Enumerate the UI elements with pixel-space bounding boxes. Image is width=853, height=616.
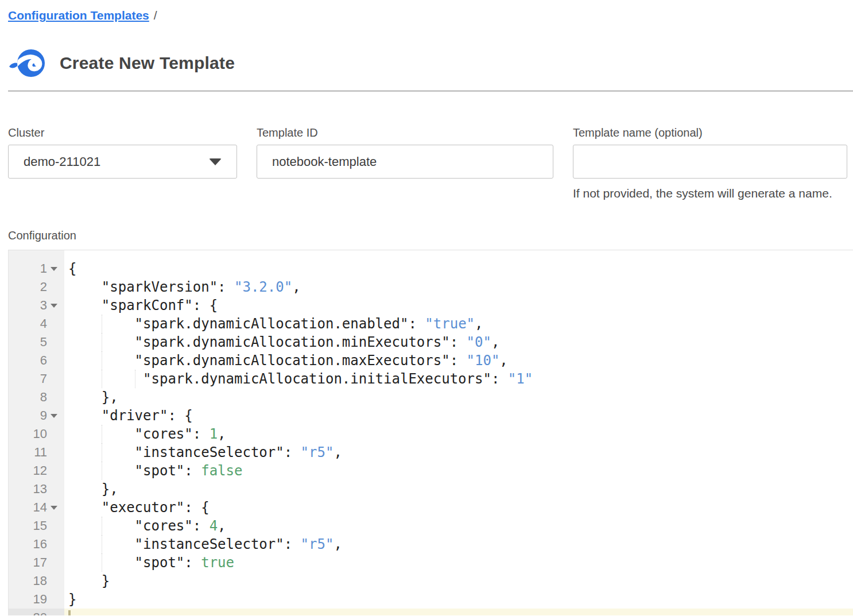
template-id-label: Template ID [257, 126, 553, 140]
template-name-field: Template name (optional) If not provided… [573, 126, 847, 200]
code-line-content[interactable]: "spark.dynamicAllocation.minExecutors": … [64, 333, 853, 351]
editor-line[interactable]: 11 "instanceSelector": "r5", [9, 443, 853, 462]
indent-guide [102, 553, 102, 572]
line-number: 4 [40, 315, 47, 333]
line-number: 15 [33, 517, 47, 535]
editor-lines: 1{2 "sparkVersion": "3.2.0",3 "sparkConf… [9, 250, 853, 615]
code-line-content[interactable]: "instanceSelector": "r5", [64, 443, 853, 462]
page-title: Create New Template [60, 53, 235, 73]
editor-line[interactable]: 19} [9, 590, 853, 609]
line-number: 1 [40, 259, 47, 278]
ocean-wave-logo-icon [8, 47, 46, 80]
editor-line[interactable]: 9 "driver": { [9, 406, 853, 425]
dropdown-caret-icon [209, 158, 222, 165]
fold-arrow-icon[interactable] [51, 506, 57, 510]
code-line-content[interactable]: }, [64, 388, 853, 406]
editor-line[interactable]: 13 }, [9, 480, 853, 498]
line-number: 10 [33, 425, 47, 443]
code-line-content[interactable]: } [64, 572, 853, 590]
editor-line[interactable]: 17 "spot": true [9, 553, 853, 572]
code-line-content[interactable]: "executor": { [64, 498, 853, 517]
fold-arrow-icon[interactable] [51, 414, 57, 418]
line-number: 18 [33, 572, 47, 590]
line-number: 6 [40, 351, 47, 370]
indent-guide [102, 370, 102, 388]
line-number: 20 [33, 609, 47, 615]
code-line-content[interactable]: "cores": 4, [64, 517, 853, 535]
template-id-input[interactable] [257, 145, 553, 179]
code-line-content[interactable]: "spot": true [64, 553, 853, 572]
editor-line[interactable]: 18 } [9, 572, 853, 590]
code-line-content[interactable] [64, 609, 853, 615]
header-divider [8, 90, 853, 92]
create-template-page: Configuration Templates/ Create New Temp… [0, 0, 853, 615]
editor-line[interactable]: 5 "spark.dynamicAllocation.minExecutors"… [9, 333, 853, 351]
editor-line[interactable]: 12 "spot": false [9, 462, 853, 480]
template-id-field: Template ID [257, 126, 553, 200]
line-number: 3 [40, 296, 47, 315]
indent-guide [135, 370, 135, 388]
cluster-label: Cluster [8, 126, 237, 140]
template-name-label: Template name (optional) [573, 126, 847, 140]
editor-line[interactable]: 20 [9, 609, 853, 615]
line-number: 16 [33, 535, 47, 553]
indent-guide [102, 517, 102, 535]
editor-line[interactable]: 8 }, [9, 388, 853, 406]
breadcrumb: Configuration Templates/ [8, 0, 853, 22]
line-number: 11 [34, 443, 47, 462]
line-number: 9 [40, 406, 47, 425]
breadcrumb-separator: / [154, 9, 157, 22]
editor-line[interactable]: 16 "instanceSelector": "r5", [9, 535, 853, 553]
editor-line[interactable]: 1{ [9, 259, 853, 278]
indent-guide [102, 333, 102, 351]
indent-guide [102, 535, 102, 553]
configuration-code-editor[interactable]: 1{2 "sparkVersion": "3.2.0",3 "sparkConf… [8, 250, 853, 615]
code-line-content[interactable]: "spark.dynamicAllocation.initialExecutor… [64, 370, 853, 388]
line-number: 8 [40, 388, 47, 406]
code-line-content[interactable]: "spark.dynamicAllocation.maxExecutors": … [64, 351, 853, 370]
indent-guide [102, 351, 102, 370]
cluster-field: Cluster demo-211021 [8, 126, 237, 200]
line-number: 17 [33, 553, 47, 572]
indent-guide [102, 315, 102, 333]
code-line-content[interactable]: "instanceSelector": "r5", [64, 535, 853, 553]
line-number: 14 [33, 498, 47, 517]
code-line-content[interactable]: "sparkConf": { [64, 296, 853, 315]
breadcrumb-link-configuration-templates[interactable]: Configuration Templates [8, 9, 149, 22]
code-line-content[interactable]: "sparkVersion": "3.2.0", [64, 278, 853, 296]
code-line-content[interactable]: "driver": { [64, 406, 853, 425]
line-number: 13 [33, 480, 47, 498]
indent-guide [102, 443, 102, 462]
code-line-content[interactable]: } [64, 590, 853, 609]
cluster-select-value: demo-211021 [24, 154, 100, 169]
line-number: 5 [40, 333, 47, 351]
indent-guide [102, 425, 102, 443]
editor-line[interactable]: 4 "spark.dynamicAllocation.enabled": "tr… [9, 315, 853, 333]
editor-line[interactable]: 14 "executor": { [9, 498, 853, 517]
editor-line[interactable]: 10 "cores": 1, [9, 425, 853, 443]
code-line-content[interactable]: "spot": false [64, 462, 853, 480]
line-number: 7 [40, 370, 47, 388]
fold-arrow-icon[interactable] [51, 267, 57, 271]
code-line-content[interactable]: "cores": 1, [64, 425, 853, 443]
editor-line[interactable]: 3 "sparkConf": { [9, 296, 853, 315]
editor-line[interactable]: 7 "spark.dynamicAllocation.initialExecut… [9, 370, 853, 388]
page-header: Create New Template [8, 47, 853, 80]
template-name-helper-text: If not provided, the system will generat… [573, 187, 847, 200]
line-number: 12 [33, 462, 47, 480]
editor-line[interactable]: 6 "spark.dynamicAllocation.maxExecutors"… [9, 351, 853, 370]
template-form: Cluster demo-211021 Template ID Template… [8, 126, 853, 200]
code-line-content[interactable]: "spark.dynamicAllocation.enabled": "true… [64, 315, 853, 333]
template-name-input[interactable] [573, 145, 847, 179]
configuration-label: Configuration [8, 229, 853, 242]
indent-guide [102, 462, 102, 480]
editor-line[interactable]: 2 "sparkVersion": "3.2.0", [9, 278, 853, 296]
line-number: 2 [40, 278, 47, 296]
fold-arrow-icon[interactable] [51, 304, 57, 308]
editor-line[interactable]: 15 "cores": 4, [9, 517, 853, 535]
cluster-select[interactable]: demo-211021 [8, 145, 237, 179]
line-number: 19 [33, 590, 47, 609]
text-cursor [68, 610, 71, 615]
code-line-content[interactable]: { [64, 259, 853, 278]
code-line-content[interactable]: }, [64, 480, 853, 498]
